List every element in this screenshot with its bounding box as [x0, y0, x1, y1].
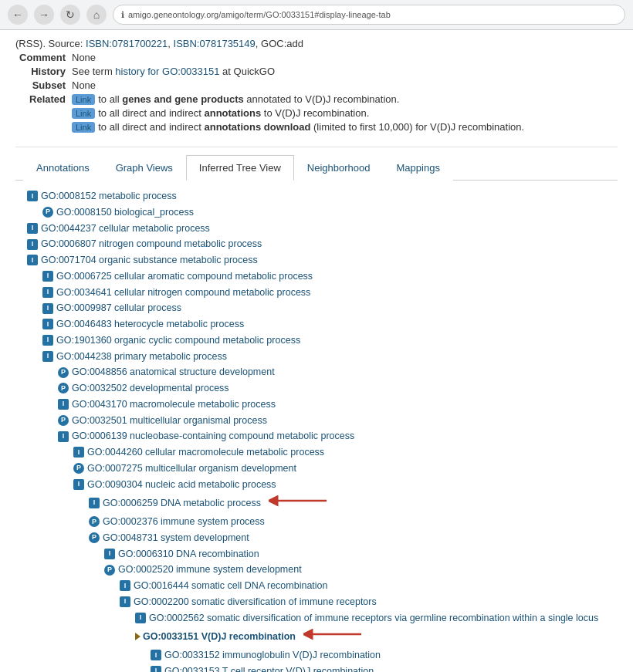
go-link[interactable]: GO:0006259 DNA metabolic process — [103, 496, 261, 511]
red-arrow-annotation — [269, 493, 330, 513]
badge-i: I — [42, 303, 53, 314]
badge-i: I — [58, 431, 69, 442]
go-link[interactable]: GO:0034641 cellular nitrogen compound me… — [56, 285, 310, 300]
history-label: History — [15, 66, 66, 77]
list-item: I GO:1901360 organic cyclic compound met… — [27, 333, 606, 349]
list-item: I GO:0006807 nitrogen compound metabolic… — [27, 236, 606, 252]
go-link[interactable]: GO:0006139 nucleobase-containing compoun… — [72, 429, 354, 444]
related-label: Related — [15, 93, 66, 135]
badge-i: I — [42, 271, 53, 282]
list-item: I GO:0034641 cellular nitrogen compound … — [27, 285, 606, 301]
badge-i: I — [27, 255, 38, 265]
list-item: P GO:0007275 multicellular organism deve… — [27, 461, 606, 477]
related-link-2: Link to all direct and indirect annotati… — [72, 107, 618, 119]
list-item: I GO:0008152 metabolic process — [27, 188, 606, 204]
go-link[interactable]: GO:0032502 developmental process — [72, 381, 229, 396]
badge-i: I — [42, 335, 53, 346]
tree-section: I GO:0008152 metabolic process P GO:0008… — [15, 181, 618, 672]
history-link[interactable]: history for GO:0033151 — [115, 66, 219, 77]
go-link[interactable]: GO:0033152 immunoglobulin V(D)J recombin… — [164, 648, 381, 663]
forward-button[interactable]: → — [34, 5, 54, 25]
go-link[interactable]: GO:0006807 nitrogen compound metabolic p… — [41, 237, 262, 252]
badge-i: I — [73, 479, 84, 490]
go-link[interactable]: GO:0071704 organic substance metabolic p… — [41, 253, 258, 268]
isbn-link-2[interactable]: ISBN:0781735149 — [174, 38, 256, 49]
go-link[interactable]: GO:0002200 somatic diversification of im… — [134, 595, 377, 610]
list-item: I GO:0046483 heterocycle metabolic proce… — [27, 316, 606, 333]
list-item: P GO:0048856 anatomical structure develo… — [27, 364, 606, 380]
go-link[interactable]: GO:0006310 DNA recombination — [118, 547, 259, 562]
link-btn-1[interactable]: Link — [72, 94, 95, 105]
link-btn-3[interactable]: Link — [72, 122, 95, 133]
comment-row: Comment None — [15, 52, 618, 63]
badge-p: P — [58, 383, 69, 393]
back-button[interactable]: ← — [8, 5, 28, 25]
list-item: I GO:0033153 T cell receptor V(D)J recom… — [27, 664, 606, 672]
list-item: P GO:0002376 immune system process — [27, 514, 606, 530]
go-link[interactable]: GO:0033153 T cell receptor V(D)J recombi… — [164, 664, 374, 672]
info-section: (RSS). Source: ISBN:0781700221, ISBN:078… — [15, 38, 618, 135]
tab-neighborhood[interactable]: Neighborhood — [294, 155, 384, 181]
go-link[interactable]: GO:1901360 organic cyclic compound metab… — [56, 333, 300, 348]
refresh-button[interactable]: ↻ — [60, 5, 80, 25]
go-link[interactable]: GO:0046483 heterocycle metabolic process — [56, 317, 244, 332]
go-link[interactable]: GO:0048731 system development — [103, 531, 249, 545]
go-link[interactable]: GO:0008152 metabolic process — [41, 189, 177, 204]
list-item: P GO:0008150 biological_process — [27, 204, 606, 221]
related-link-3: Link to all direct and indirect annotati… — [72, 121, 618, 133]
badge-i: I — [151, 666, 161, 672]
go-link[interactable]: GO:0044260 cellular macromolecule metabo… — [87, 445, 324, 460]
browser-chrome: ← → ↻ ⌂ ℹ amigo.geneontology.org/amigo/t… — [0, 0, 633, 30]
page-content: (RSS). Source: ISBN:0781700221, ISBN:078… — [0, 30, 633, 672]
go-link[interactable]: GO:0016444 somatic cell DNA recombinatio… — [134, 579, 328, 593]
history-row: History See term history for GO:0033151 … — [15, 66, 618, 77]
badge-p: P — [73, 463, 84, 474]
go-link[interactable]: GO:0044237 cellular metabolic process — [41, 221, 210, 236]
go-link[interactable]: GO:0006725 cellular aromatic compound me… — [56, 269, 313, 284]
go-link[interactable]: GO:0090304 nucleic acid metabolic proces… — [87, 478, 276, 492]
list-item: P GO:0032502 developmental process — [27, 380, 606, 397]
list-item: I GO:0033152 immunoglobulin V(D)J recomb… — [27, 647, 606, 664]
history-value: See term history for GO:0033151 at Quick… — [72, 66, 618, 77]
go-link[interactable]: GO:0002520 immune system development — [118, 562, 302, 577]
go-link[interactable]: GO:0008150 biological_process — [56, 205, 194, 220]
list-item: P GO:0002520 immune system development — [27, 562, 606, 578]
go-link[interactable]: GO:0032501 multicellular organismal proc… — [72, 414, 267, 428]
badge-i: I — [151, 650, 161, 660]
badge-p: P — [104, 565, 115, 576]
list-item: I GO:0043170 macromolecule metabolic pro… — [27, 397, 606, 413]
list-item: I GO:0044260 cellular macromolecule meta… — [27, 444, 606, 461]
isbn-link-1[interactable]: ISBN:0781700221 — [86, 38, 168, 49]
go-link[interactable]: GO:0009987 cellular process — [56, 301, 181, 316]
current-term-item: GO:0033151 V(D)J recombination — [27, 626, 606, 647]
tab-annotations[interactable]: Annotations — [23, 155, 103, 181]
list-item: I GO:0071704 organic substance metabolic… — [27, 252, 606, 268]
go-link[interactable]: GO:0007275 multicellular organism develo… — [87, 461, 296, 476]
go-link[interactable]: GO:0002376 immune system process — [103, 515, 265, 529]
list-item: P GO:0032501 multicellular organismal pr… — [27, 413, 606, 429]
tab-inferred-tree-view[interactable]: Inferred Tree View — [186, 155, 294, 181]
badge-p: P — [89, 532, 100, 543]
go-link[interactable]: GO:0048856 anatomical structure developm… — [72, 365, 275, 380]
list-item: I GO:0006259 DNA metabolic process — [27, 492, 606, 514]
tab-graph-views[interactable]: Graph Views — [103, 155, 186, 181]
list-item: I GO:0090304 nucleic acid metabolic proc… — [27, 477, 606, 493]
related-link-1: Link to all genes and gene products anno… — [72, 93, 618, 105]
badge-i: I — [27, 239, 38, 250]
go-link[interactable]: GO:0043170 macromolecule metabolic proce… — [72, 397, 276, 412]
link-btn-2[interactable]: Link — [72, 108, 95, 119]
badge-p: P — [42, 207, 53, 218]
home-button[interactable]: ⌂ — [86, 5, 107, 25]
go-link[interactable]: GO:0002562 somatic diversification of im… — [149, 611, 598, 626]
go-link-current[interactable]: GO:0033151 V(D)J recombination — [143, 630, 296, 644]
badge-i: I — [42, 351, 53, 362]
list-item: I GO:0006725 cellular aromatic compound … — [27, 268, 606, 285]
subset-value: None — [72, 79, 618, 91]
tab-mappings[interactable]: Mappings — [384, 155, 453, 181]
badge-p: P — [58, 415, 69, 426]
badge-i: I — [104, 549, 115, 559]
list-item: I GO:0006310 DNA recombination — [27, 546, 606, 562]
go-link[interactable]: GO:0044238 primary metabolic process — [56, 350, 227, 364]
red-arrow-annotation-current — [303, 626, 365, 647]
badge-i: I — [120, 596, 130, 607]
